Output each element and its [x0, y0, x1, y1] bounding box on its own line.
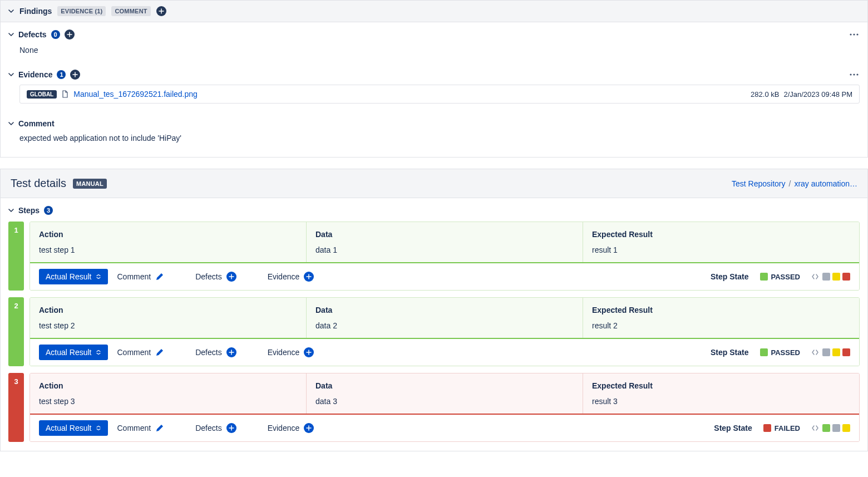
- evidence-count: 1: [57, 70, 66, 79]
- state-option[interactable]: [832, 348, 840, 356]
- chevron-down-icon[interactable]: [8, 121, 14, 126]
- steps-section: Steps 3 1 Action test step 1 Data data 1…: [0, 198, 868, 451]
- expected-header: Expected Result: [592, 306, 850, 314]
- step-row: 3 Action test step 3 Data data 3 Expecte…: [8, 373, 860, 442]
- chevron-down-icon[interactable]: [8, 208, 14, 213]
- action-value: test step 2: [39, 321, 297, 330]
- more-icon[interactable]: [849, 69, 860, 80]
- step-number: 3: [8, 373, 24, 442]
- step-state-result: FAILED: [763, 424, 800, 432]
- comment-text: expected web application not to include …: [8, 132, 860, 148]
- evidence-item: GLOBAL Manual_tes_1672692521.failed.png …: [19, 85, 860, 104]
- state-option[interactable]: [832, 424, 840, 432]
- svg-point-5: [856, 73, 858, 75]
- add-finding-button[interactable]: [156, 6, 166, 16]
- chevron-down-icon[interactable]: [8, 72, 14, 77]
- manual-badge: MANUAL: [73, 179, 107, 189]
- add-step-evidence-button[interactable]: [304, 347, 314, 357]
- step-row: 2 Action test step 2 Data data 2 Expecte…: [8, 297, 860, 366]
- step-state-result: PASSED: [760, 348, 801, 357]
- comment-label: Comment: [117, 348, 151, 357]
- step-state-label: Step State: [714, 424, 752, 432]
- actual-result-button[interactable]: Actual Result: [39, 345, 108, 360]
- more-icon[interactable]: [849, 29, 860, 40]
- state-option[interactable]: [842, 424, 850, 432]
- comment-badge: COMMENT: [111, 6, 150, 16]
- comment-label: Comment: [117, 424, 151, 432]
- expand-icon: [96, 350, 101, 355]
- expected-value: result 3: [592, 397, 850, 406]
- defects-label: Defects: [195, 348, 221, 357]
- evidence-section: Evidence 1 GLOBAL Manual_tes_1672692521.…: [1, 62, 867, 112]
- data-header: Data: [315, 306, 574, 314]
- chevron-down-icon[interactable]: [8, 8, 14, 14]
- step-state-picker: [811, 273, 850, 281]
- test-details-header: Test details MANUAL Test Repository / xr…: [0, 169, 868, 198]
- evidence-label: Evidence: [268, 348, 300, 357]
- evidence-filename-link[interactable]: Manual_tes_1672692521.failed.png: [73, 90, 198, 99]
- step-state-result: PASSED: [760, 273, 801, 281]
- defects-label: Defects: [195, 424, 221, 432]
- breadcrumb: Test Repository / xray automation…: [732, 179, 857, 188]
- action-header: Action: [39, 230, 297, 239]
- breadcrumb-repo-link[interactable]: Test Repository: [732, 179, 785, 188]
- data-header: Data: [315, 381, 574, 390]
- comment-title: Comment: [18, 119, 55, 128]
- svg-point-0: [850, 33, 851, 35]
- pencil-icon[interactable]: [155, 272, 164, 281]
- state-option[interactable]: [822, 348, 830, 356]
- state-option[interactable]: [822, 273, 830, 281]
- findings-body: Defects 0 None Evidence 1: [0, 22, 868, 158]
- evidence-size: 282.0 kB: [751, 90, 779, 99]
- action-header: Action: [39, 381, 297, 390]
- step-state-label: Step State: [711, 272, 748, 281]
- svg-point-1: [853, 33, 855, 35]
- chevron-down-icon[interactable]: [8, 32, 14, 37]
- add-step-defect-button[interactable]: [226, 272, 236, 282]
- add-step-evidence-button[interactable]: [304, 272, 314, 282]
- expected-header: Expected Result: [592, 381, 850, 390]
- findings-header: Findings EVIDENCE (1) COMMENT: [0, 0, 868, 22]
- svg-point-3: [850, 73, 851, 75]
- defects-none: None: [8, 45, 860, 60]
- actual-result-button[interactable]: Actual Result: [39, 420, 108, 436]
- comment-section: Comment expected web application not to …: [1, 112, 867, 157]
- expand-icon: [96, 274, 101, 279]
- code-icon[interactable]: [811, 273, 819, 281]
- code-icon[interactable]: [811, 348, 819, 356]
- evidence-label: Evidence: [268, 424, 300, 432]
- global-badge: GLOBAL: [27, 90, 57, 99]
- expand-icon: [96, 425, 101, 431]
- add-step-defect-button[interactable]: [226, 423, 236, 433]
- action-value: test step 1: [39, 245, 297, 254]
- state-option[interactable]: [832, 273, 840, 281]
- data-value: data 2: [315, 321, 574, 330]
- data-value: data 3: [315, 397, 574, 406]
- add-evidence-button[interactable]: [70, 70, 80, 80]
- state-option[interactable]: [842, 273, 850, 281]
- pencil-icon[interactable]: [155, 348, 164, 357]
- defects-count: 0: [51, 30, 60, 39]
- actual-result-button[interactable]: Actual Result: [39, 269, 108, 284]
- add-defect-button[interactable]: [65, 29, 75, 40]
- findings-title: Findings: [19, 7, 52, 16]
- breadcrumb-separator: /: [789, 179, 791, 188]
- evidence-label: Evidence: [268, 272, 300, 281]
- add-step-evidence-button[interactable]: [304, 423, 314, 433]
- state-option[interactable]: [842, 348, 850, 356]
- file-icon: [61, 90, 69, 98]
- state-option[interactable]: [822, 424, 830, 432]
- test-details-title: Test details: [11, 177, 66, 190]
- breadcrumb-path-link[interactable]: xray automation…: [794, 179, 857, 188]
- defects-section: Defects 0 None: [1, 22, 867, 62]
- pencil-icon[interactable]: [155, 424, 164, 432]
- code-icon[interactable]: [811, 424, 819, 432]
- step-number: 1: [8, 222, 24, 291]
- svg-point-4: [853, 73, 855, 75]
- add-step-defect-button[interactable]: [226, 347, 236, 357]
- evidence-date: 2/Jan/2023 09:48 PM: [783, 90, 852, 99]
- expected-value: result 1: [592, 245, 850, 254]
- step-state-label: Step State: [711, 348, 748, 357]
- evidence-count-badge: EVIDENCE (1): [57, 6, 106, 16]
- evidence-title: Evidence: [18, 70, 52, 79]
